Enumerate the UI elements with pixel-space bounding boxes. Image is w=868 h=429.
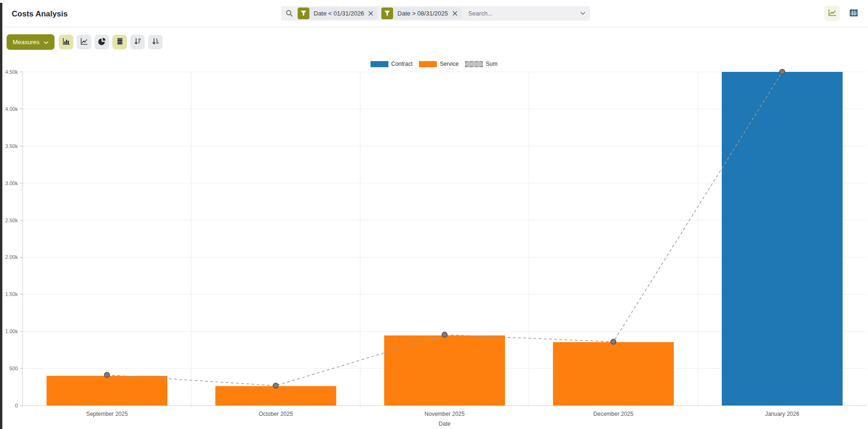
y-tick-label: 0 <box>15 403 18 408</box>
x-tick-label: December 2025 <box>593 411 634 417</box>
costs-chart: 05001.00k1.50k2.00k2.50k3.00k3.50k4.00k4… <box>0 57 868 429</box>
bar-chart-button[interactable] <box>59 35 73 49</box>
pivot-view-button[interactable] <box>846 6 861 21</box>
legend-label: Contract <box>391 61 412 67</box>
search-input[interactable] <box>467 9 577 17</box>
sum-marker-2[interactable] <box>442 332 447 337</box>
remove-filter-button[interactable] <box>368 11 378 16</box>
search-options-toggle[interactable] <box>580 12 585 15</box>
sum-marker-3[interactable] <box>611 339 616 344</box>
pie-chart-icon <box>98 38 106 47</box>
x-tick-label: January 2026 <box>765 411 799 417</box>
chevron-down-icon <box>44 39 48 46</box>
bar-contract-4[interactable] <box>722 72 843 406</box>
pie-chart-button[interactable] <box>95 35 109 49</box>
y-tick-label: 1.00k <box>5 328 18 334</box>
stacked-icon <box>116 38 124 47</box>
filter-facet-label: Date < 01/31/2026 <box>309 10 368 17</box>
sum-marker-4[interactable] <box>780 70 785 75</box>
y-tick-label: 500 <box>9 366 18 371</box>
x-tick-label: November 2025 <box>425 411 465 417</box>
y-tick-label: 1.50k <box>5 291 18 297</box>
y-tick-label: 2.00k <box>5 254 18 260</box>
sort-desc-icon <box>134 38 142 47</box>
y-tick-label: 4.00k <box>5 106 18 112</box>
chart-area: Contract Service Sum 05001.00k1.50k2.00k… <box>0 57 868 429</box>
filter-facet: Date < 01/31/2026 <box>298 8 378 19</box>
legend-item-contract[interactable]: Contract <box>371 61 412 67</box>
line-chart-button[interactable] <box>77 35 91 49</box>
filter-funnel-icon <box>381 8 393 19</box>
graph-view-button[interactable] <box>824 6 840 21</box>
view-switcher <box>824 6 861 21</box>
sum-marker-0[interactable] <box>104 372 110 377</box>
sort-desc-button[interactable] <box>130 35 145 49</box>
line-chart-icon <box>80 38 88 47</box>
legend-item-sum[interactable]: Sum <box>465 61 497 67</box>
pivot-view-icon <box>850 9 858 18</box>
search-icon <box>286 10 293 17</box>
control-panel: Costs Analysis Date < 01/31/2026 Date > … <box>0 0 868 27</box>
filter-facet: Date > 08/31/2025 <box>381 8 461 19</box>
y-tick-label: 3.50k <box>5 143 18 149</box>
service-swatch <box>419 61 437 67</box>
filter-funnel-icon <box>298 8 309 19</box>
chart-toolbar: Measures <box>0 27 868 57</box>
bar-service-1[interactable] <box>215 386 336 406</box>
search-bar[interactable]: Date < 01/31/2026 Date > 08/31/2025 <box>281 6 590 21</box>
x-tick-label: October 2025 <box>259 411 293 417</box>
app-root: Costs Analysis Date < 01/31/2026 Date > … <box>0 0 868 429</box>
bar-service-0[interactable] <box>47 376 167 406</box>
remove-filter-button[interactable] <box>452 11 462 16</box>
y-tick-label: 3.00k <box>5 180 18 186</box>
legend-label: Sum <box>486 61 497 67</box>
sum-swatch <box>465 61 483 67</box>
x-axis-title: Date <box>439 421 451 427</box>
x-tick-label: September 2025 <box>86 411 128 417</box>
measures-button[interactable]: Measures <box>7 34 55 50</box>
chart-legend: Contract Service Sum <box>0 61 868 67</box>
page-title: Costs Analysis <box>12 9 68 18</box>
filter-facet-label: Date > 08/31/2025 <box>393 10 452 17</box>
stacked-button[interactable] <box>112 35 127 49</box>
legend-label: Service <box>440 61 458 67</box>
graph-view-icon <box>828 9 836 18</box>
contract-swatch <box>371 61 388 67</box>
measures-button-label: Measures <box>13 39 39 46</box>
bar-chart-icon <box>63 38 70 47</box>
y-tick-label: 2.50k <box>5 218 18 223</box>
sort-asc-icon <box>152 38 159 47</box>
sum-marker-1[interactable] <box>273 383 278 388</box>
sort-asc-button[interactable] <box>148 35 163 49</box>
bar-service-2[interactable] <box>384 335 505 406</box>
legend-item-service[interactable]: Service <box>419 61 458 67</box>
y-tick-label: 4.50k <box>5 69 18 75</box>
sidebar-edge <box>0 3 2 429</box>
bar-service-3[interactable] <box>553 342 674 406</box>
